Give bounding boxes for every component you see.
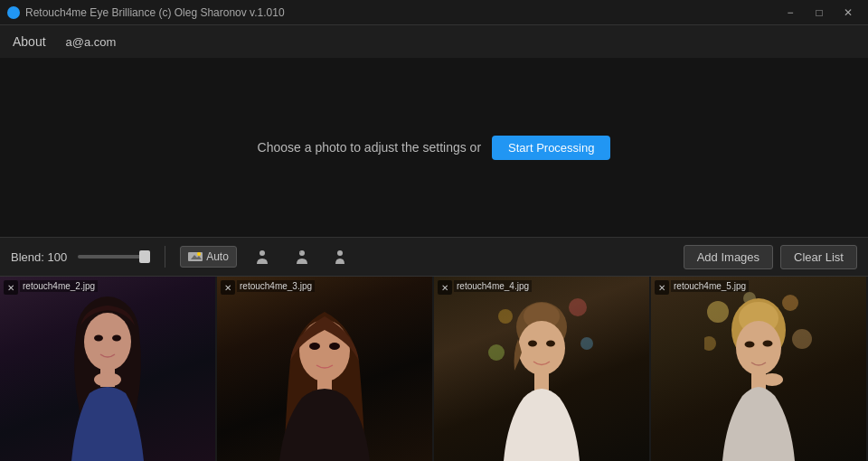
image-close-button[interactable]: ✕ — [221, 280, 235, 295]
portrait-silhouette — [53, 289, 162, 461]
svg-point-25 — [528, 341, 537, 347]
image-item: ✕ retouch4me_3.jpg — [217, 277, 434, 461]
svg-point-36 — [745, 342, 755, 348]
svg-point-12 — [94, 372, 121, 387]
add-images-button[interactable]: Add Images — [684, 245, 773, 269]
person1-icon — [256, 249, 269, 264]
photo-preview — [0, 277, 215, 461]
person2-mode-button[interactable] — [288, 245, 316, 268]
minimize-button[interactable]: − — [778, 4, 803, 22]
image-filename: retouch4me_2.jpg — [20, 280, 98, 292]
prompt-container: Choose a photo to adjust the settings or… — [258, 136, 611, 160]
about-menu-item[interactable]: About — [7, 31, 52, 52]
svg-point-6 — [337, 250, 343, 256]
auto-mode-button[interactable]: Auto — [180, 246, 237, 268]
titlebar-controls: − □ ✕ — [778, 4, 861, 22]
image-filename: retouch4me_3.jpg — [237, 280, 315, 292]
image-item: ✕ retouch4me_5.jpg — [651, 277, 868, 461]
svg-point-3 — [259, 250, 265, 256]
titlebar-title: Retouch4me Eye Brilliance (c) Oleg Sharo… — [7, 6, 285, 19]
blend-slider[interactable] — [78, 255, 150, 259]
image-close-button[interactable]: ✕ — [655, 280, 669, 295]
image-filename: retouch4me_5.jpg — [671, 280, 749, 292]
svg-point-16 — [329, 343, 340, 350]
app-icon — [7, 6, 20, 19]
person2-icon — [296, 249, 308, 264]
svg-point-34 — [736, 321, 781, 375]
svg-point-10 — [94, 335, 103, 342]
image-item: ✕ retouch4me_4.jpg — [434, 277, 651, 461]
svg-point-20 — [488, 344, 505, 361]
portrait-silhouette — [704, 289, 813, 461]
image-item: ✕ retouch4me_2.jpg — [0, 277, 217, 461]
main-area: Choose a photo to adjust the settings or… — [0, 58, 868, 237]
image-filename: retouch4me_4.jpg — [454, 280, 532, 292]
titlebar: Retouch4me Eye Brilliance (c) Oleg Sharo… — [0, 0, 868, 25]
svg-point-26 — [546, 341, 555, 347]
portrait-silhouette — [487, 289, 596, 461]
close-button[interactable]: ✕ — [835, 4, 861, 22]
image-strip: ✕ retouch4me_2.jpg — [0, 277, 868, 461]
svg-point-8 — [84, 313, 131, 371]
svg-point-11 — [112, 335, 121, 342]
person3-icon — [335, 249, 344, 264]
svg-point-23 — [518, 321, 565, 375]
svg-point-28 — [782, 295, 798, 311]
start-processing-button[interactable]: Start Processing — [492, 136, 610, 160]
svg-point-38 — [761, 373, 783, 386]
svg-point-4 — [299, 250, 305, 256]
landscape-icon — [188, 250, 203, 263]
svg-point-15 — [309, 343, 320, 350]
svg-point-37 — [763, 341, 773, 347]
toolbar-right: Add Images Clear List — [684, 245, 857, 269]
photo-preview — [651, 277, 866, 461]
separator — [165, 246, 165, 268]
portrait-silhouette — [270, 289, 379, 461]
clear-list-button[interactable]: Clear List — [780, 245, 857, 269]
blend-label: Blend: 100 — [11, 250, 67, 264]
menubar: About a@a.com — [0, 25, 868, 58]
person3-mode-button[interactable] — [327, 245, 353, 268]
image-close-button[interactable]: ✕ — [438, 280, 452, 295]
svg-point-27 — [707, 301, 729, 323]
svg-point-18 — [569, 298, 587, 316]
titlebar-title-text: Retouch4me Eye Brilliance (c) Oleg Sharo… — [25, 6, 285, 19]
image-close-button[interactable]: ✕ — [4, 280, 18, 295]
prompt-text: Choose a photo to adjust the settings or — [258, 140, 482, 155]
auto-label: Auto — [206, 250, 229, 263]
person1-mode-button[interactable] — [248, 245, 277, 268]
svg-point-2 — [197, 252, 201, 256]
svg-point-5 — [299, 251, 301, 253]
maximize-button[interactable]: □ — [807, 4, 832, 22]
svg-rect-24 — [534, 372, 549, 391]
toolbar: Blend: 100 Auto Add Images Clear List — [0, 237, 868, 277]
svg-point-17 — [498, 309, 513, 324]
svg-point-29 — [792, 329, 812, 349]
svg-point-30 — [704, 336, 716, 351]
photo-preview — [217, 277, 432, 461]
svg-point-19 — [580, 337, 593, 350]
photo-preview — [434, 277, 649, 461]
user-email: a@a.com — [66, 35, 117, 49]
